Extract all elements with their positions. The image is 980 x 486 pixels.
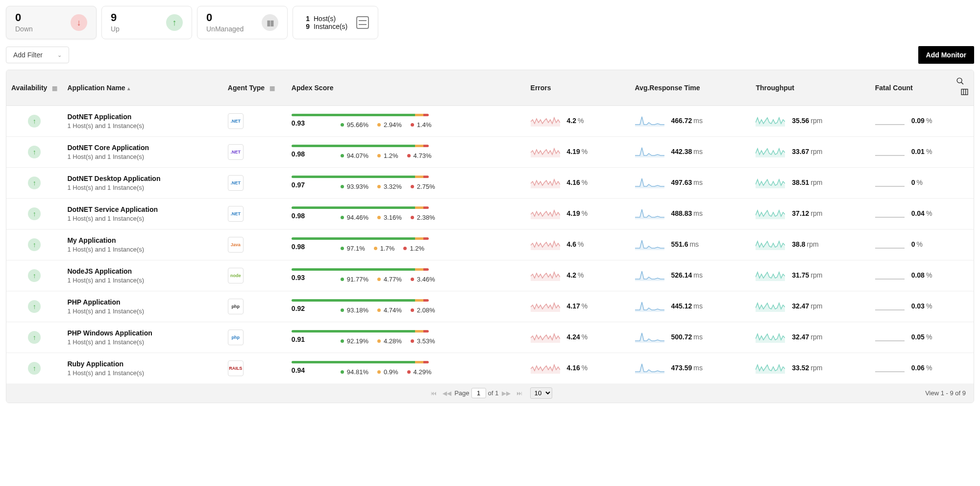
table-row[interactable]: ↑ My Application 1 Host(s) and 1 Instanc… [6,230,974,260]
apdex-bar [292,206,429,209]
fatal-sparkline [875,362,905,375]
dot-yellow-icon [377,339,381,343]
apdex-score: 0.98 [292,150,305,158]
app-name[interactable]: Ruby Application [67,360,218,368]
table-row[interactable]: ↑ PHP Application 1 Host(s) and 1 Instan… [6,291,974,322]
arrow-up-icon: ↑ [166,14,183,31]
next-page-button[interactable]: ▶▶ [499,390,514,397]
col-response[interactable]: Avg.Response Time [630,70,751,106]
app-name[interactable]: DotNET Application [67,113,218,121]
errors-sparkline [531,331,560,344]
summary-cards: 0 Down ↓ 9 Up ↑ 0 UnManaged ▮▮ 1Host(s) … [6,6,974,39]
agent-icon: php [228,330,244,345]
throughput-sparkline [756,115,785,128]
hosts-count: 1 [302,15,310,23]
col-agent-type[interactable]: Agent Type▦ [223,70,287,106]
agent-icon: node [228,268,244,283]
prev-page-button[interactable]: ◀◀ [440,390,454,397]
columns-icon[interactable] [960,89,969,98]
app-sub: 1 Host(s) and 1 Instance(s) [67,122,218,129]
summary-unmanaged-card[interactable]: 0 UnManaged ▮▮ [197,6,288,39]
fatal-value: 0.06 [911,364,925,372]
app-name[interactable]: My Application [67,236,218,244]
table-row[interactable]: ↑ NodeJS Application 1 Host(s) and 1 Ins… [6,260,974,291]
search-icon[interactable] [956,78,967,87]
dot-yellow-icon [377,308,381,312]
col-throughput[interactable]: Throughput [751,70,870,106]
status-up-icon: ↑ [28,362,41,375]
summary-down-card[interactable]: 0 Down ↓ [6,6,97,39]
apdex-score: 0.98 [292,212,305,220]
errors-value: 4.2 [566,117,576,125]
response-sparkline [635,331,664,344]
dot-red-icon [411,185,414,188]
table-row[interactable]: ↑ DotNET Service Application 1 Host(s) a… [6,199,974,230]
response-value: 488.83 [671,209,692,217]
errors-sparkline [531,115,560,128]
errors-sparkline [531,362,560,375]
table-row[interactable]: ↑ DotNET Desktop Application 1 Host(s) a… [6,168,974,199]
page-size-select[interactable]: 10 [530,387,552,399]
col-errors[interactable]: Errors [526,70,630,106]
apdex-bar [292,361,429,363]
app-name[interactable]: PHP Windows Application [67,329,218,337]
add-monitor-button[interactable]: Add Monitor [918,46,974,64]
app-name[interactable]: PHP Application [67,298,218,306]
pause-icon: ▮▮ [262,14,278,31]
dot-green-icon [341,216,344,219]
errors-value: 4.16 [566,364,580,372]
filter-icon[interactable]: ▦ [52,85,57,92]
fatal-value: 0 [911,240,915,248]
apdex-score: 0.98 [292,243,305,251]
page-input[interactable] [471,388,486,398]
last-page-button[interactable]: ⏭ [514,390,525,397]
errors-value: 4.16 [566,179,580,186]
col-apdex[interactable]: Apdex Score [287,70,526,106]
table-row[interactable]: ↑ Ruby Application 1 Host(s) and 1 Insta… [6,353,974,384]
pagination-footer: ⏮ ◀◀ Page of 1 ▶▶ ⏭ 10 View 1 - 9 of 9 [6,384,974,403]
response-sparkline [635,146,664,159]
app-name[interactable]: NodeJS Application [67,267,218,275]
app-name[interactable]: DotNET Core Application [67,144,218,152]
table-row[interactable]: ↑ PHP Windows Application 1 Host(s) and … [6,322,974,353]
add-filter-dropdown[interactable]: Add Filter ⌄ [6,47,69,63]
dot-red-icon [411,278,414,281]
col-fatal[interactable]: Fatal Count [870,70,944,106]
summary-up-card[interactable]: 9 Up ↑ [101,6,192,39]
fatal-sparkline [875,115,905,128]
app-name[interactable]: DotNET Service Application [67,205,218,213]
filter-icon[interactable]: ▦ [270,85,275,92]
agent-icon: .NET [228,206,244,222]
table-row[interactable]: ↑ DotNET Application 1 Host(s) and 1 Ins… [6,106,974,137]
agent-icon: RAILS [228,360,244,376]
status-up-icon: ↑ [28,300,41,313]
col-app-name[interactable]: Application Name▲ [62,70,222,106]
col-actions [944,70,974,106]
app-name[interactable]: DotNET Desktop Application [67,175,218,182]
svg-rect-2 [961,89,968,95]
first-page-button[interactable]: ⏮ [428,390,440,397]
dot-yellow-icon [377,370,381,374]
app-sub: 1 Host(s) and 1 Instance(s) [67,277,218,284]
table-row[interactable]: ↑ DotNET Core Application 1 Host(s) and … [6,137,974,168]
response-sparkline [635,207,664,221]
response-sparkline [635,362,664,375]
apdex-score: 0.93 [292,119,305,127]
up-label: Up [111,25,120,33]
fatal-value: 0.08 [911,271,925,279]
dot-green-icon [341,370,344,374]
fatal-value: 0.09 [911,117,925,125]
col-availability[interactable]: Availability▦ [6,70,62,106]
dot-red-icon [403,247,407,250]
agent-icon: .NET [228,113,244,129]
status-up-icon: ↑ [28,115,41,128]
response-value: 466.72 [671,117,692,125]
fatal-value: 0.01 [911,148,925,155]
summary-hosts-card[interactable]: 1Host(s) 9Instance(s) [293,6,378,39]
dot-red-icon [411,216,414,219]
throughput-value: 31.75 [792,271,809,279]
throughput-sparkline [756,362,785,375]
response-value: 497.63 [671,179,692,186]
fatal-sparkline [875,177,905,190]
page-total: 1 [495,389,498,397]
